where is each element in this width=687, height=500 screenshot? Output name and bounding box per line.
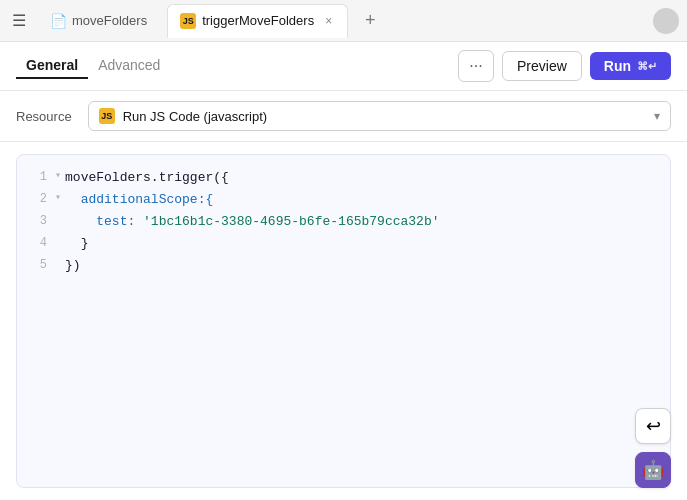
tab-moveFolders-label: moveFolders	[72, 13, 147, 28]
bottom-actions: ↩ 🤖	[635, 408, 671, 488]
code-content-5: })	[65, 255, 658, 277]
preview-button[interactable]: Preview	[502, 51, 582, 81]
line-num-1: 1	[29, 167, 47, 187]
line-num-2: 2	[29, 189, 47, 209]
code-line-4: 4 ▾ }	[17, 233, 670, 255]
chevron-down-icon: ▾	[654, 109, 660, 123]
tab-bar-left: ☰ 📄 moveFolders JS triggerMoveFolders × …	[8, 4, 384, 38]
hamburger-menu-icon[interactable]: ☰	[8, 7, 30, 34]
ai-assistant-button[interactable]: 🤖	[635, 452, 671, 488]
tab-triggerMoveFolders[interactable]: JS triggerMoveFolders ×	[167, 4, 348, 38]
toolbar: General Advanced ··· Preview Run ⌘↵	[0, 42, 687, 91]
file-icon: 📄	[50, 13, 66, 29]
line-num-4: 4	[29, 233, 47, 253]
tab-general[interactable]: General	[16, 53, 88, 79]
code-editor[interactable]: 1 ▾ moveFolders.trigger({ 2 ▾ additional…	[16, 154, 671, 488]
tab-triggerMoveFolders-label: triggerMoveFolders	[202, 13, 314, 28]
code-content-1: moveFolders.trigger({	[65, 167, 658, 189]
js-icon: JS	[180, 13, 196, 29]
add-tab-button[interactable]: +	[356, 7, 384, 35]
toolbar-tabs: General Advanced	[16, 53, 458, 79]
code-line-5: 5 ▾ })	[17, 255, 670, 277]
code-content-3: test: '1bc16b1c-3380-4695-b6fe-165b79cca…	[65, 211, 658, 233]
avatar	[653, 8, 679, 34]
code-line-2: 2 ▾ additionalScope:{	[17, 189, 670, 211]
line-num-3: 3	[29, 211, 47, 231]
resource-js-icon: JS	[99, 108, 115, 124]
resource-select[interactable]: JS Run JS Code (javascript) ▾	[88, 101, 671, 131]
code-line-1: 1 ▾ moveFolders.trigger({	[17, 167, 670, 189]
resource-selected-text: Run JS Code (javascript)	[123, 109, 268, 124]
history-button[interactable]: ↩	[635, 408, 671, 444]
tab-bar-right	[653, 8, 679, 34]
code-line-3: 3 ▾ test: '1bc16b1c-3380-4695-b6fe-165b7…	[17, 211, 670, 233]
code-content-2: additionalScope:{	[65, 189, 658, 211]
page-wrapper: ☰ 📄 moveFolders JS triggerMoveFolders × …	[0, 0, 687, 500]
run-label: Run	[604, 58, 631, 74]
tab-advanced[interactable]: Advanced	[88, 53, 170, 79]
run-button[interactable]: Run ⌘↵	[590, 52, 671, 80]
line-num-5: 5	[29, 255, 47, 275]
tab-moveFolders[interactable]: 📄 moveFolders	[38, 4, 159, 38]
run-shortcut: ⌘↵	[637, 60, 657, 73]
toolbar-actions: ··· Preview Run ⌘↵	[458, 50, 671, 82]
resource-label: Resource	[16, 109, 72, 124]
fold-arrow-2[interactable]: ▾	[55, 189, 61, 206]
tab-bar: ☰ 📄 moveFolders JS triggerMoveFolders × …	[0, 0, 687, 42]
more-options-button[interactable]: ···	[458, 50, 494, 82]
code-content-4: }	[65, 233, 658, 255]
tab-close-icon[interactable]: ×	[322, 13, 335, 29]
resource-bar: Resource JS Run JS Code (javascript) ▾	[0, 91, 687, 142]
fold-arrow-1[interactable]: ▾	[55, 167, 61, 184]
